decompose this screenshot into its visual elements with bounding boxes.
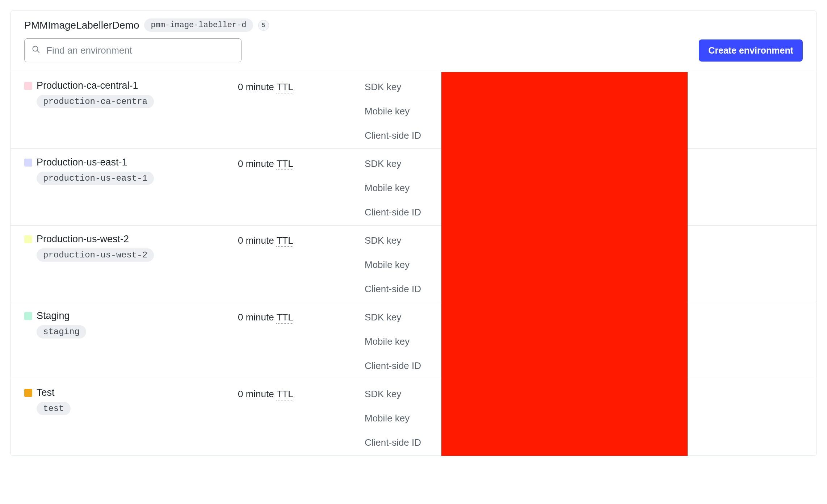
environment-key-pill: test	[37, 402, 71, 415]
environment-color-swatch	[24, 82, 32, 90]
project-title: PMMImageLabellerDemo	[24, 20, 139, 31]
environment-key-pill: production-us-east-1	[37, 172, 154, 185]
ttl-abbr: TTL	[276, 81, 293, 93]
environment-row: Stagingstaging0 minute TTLSDK keyMobile …	[11, 302, 816, 379]
project-key-pill: pmm-image-labeller-d	[144, 18, 253, 32]
ttl-abbr: TTL	[276, 388, 293, 400]
environment-name-cell: Production-us-east-1production-us-east-1	[24, 157, 238, 185]
environment-color-swatch	[24, 312, 32, 320]
environment-name-line: Production-us-east-1	[24, 157, 127, 168]
redacted-region	[441, 72, 688, 456]
environment-list: Production-ca-central-1production-ca-cen…	[11, 72, 816, 456]
environment-name-cell: Production-ca-central-1production-ca-cen…	[24, 80, 238, 108]
ttl-value: 0 minute	[238, 81, 276, 92]
environment-name[interactable]: Production-ca-central-1	[37, 80, 138, 91]
environment-key-pill: production-ca-centra	[37, 95, 154, 108]
ttl-abbr: TTL	[276, 235, 293, 247]
environments-panel: PMMImageLabellerDemo pmm-image-labeller-…	[10, 10, 817, 456]
environment-row: Testtest0 minute TTLSDK keyMobile keyCli…	[11, 379, 816, 456]
environment-color-swatch	[24, 235, 32, 243]
environment-name-line: Test	[24, 387, 55, 398]
environment-count-badge: 5	[258, 20, 269, 31]
ttl-value: 0 minute	[238, 235, 276, 246]
ttl-cell: 0 minute TTL	[238, 157, 365, 169]
ttl-cell: 0 minute TTL	[238, 387, 365, 400]
environment-name[interactable]: Test	[37, 387, 55, 398]
environment-row: Production-ca-central-1production-ca-cen…	[11, 72, 816, 149]
controls-row: Create environment	[24, 38, 803, 62]
title-row: PMMImageLabellerDemo pmm-image-labeller-…	[24, 18, 803, 32]
environment-color-swatch	[24, 159, 32, 167]
environment-name-line: Staging	[24, 310, 70, 322]
environment-name-line: Production-ca-central-1	[24, 80, 138, 91]
environment-key-pill: staging	[37, 325, 86, 339]
environment-row: Production-us-west-2production-us-west-2…	[11, 226, 816, 302]
panel-header: PMMImageLabellerDemo pmm-image-labeller-…	[11, 10, 816, 72]
ttl-value: 0 minute	[238, 388, 276, 399]
ttl-cell: 0 minute TTL	[238, 310, 365, 323]
create-environment-button[interactable]: Create environment	[699, 39, 803, 62]
ttl-cell: 0 minute TTL	[238, 234, 365, 246]
ttl-value: 0 minute	[238, 312, 276, 323]
environment-name[interactable]: Staging	[37, 310, 70, 322]
ttl-cell: 0 minute TTL	[238, 80, 365, 93]
environment-name-cell: Stagingstaging	[24, 310, 238, 339]
search-wrap	[24, 38, 242, 62]
environment-name-cell: Production-us-west-2production-us-west-2	[24, 234, 238, 262]
environment-name-cell: Testtest	[24, 387, 238, 415]
environment-key-pill: production-us-west-2	[37, 248, 154, 262]
search-input[interactable]	[24, 38, 242, 62]
environment-name[interactable]: Production-us-east-1	[37, 157, 127, 168]
ttl-abbr: TTL	[276, 312, 293, 324]
environment-row: Production-us-east-1production-us-east-1…	[11, 149, 816, 226]
environment-name[interactable]: Production-us-west-2	[37, 234, 129, 245]
environment-name-line: Production-us-west-2	[24, 234, 129, 245]
environment-color-swatch	[24, 389, 32, 397]
ttl-abbr: TTL	[276, 158, 293, 170]
ttl-value: 0 minute	[238, 158, 276, 169]
